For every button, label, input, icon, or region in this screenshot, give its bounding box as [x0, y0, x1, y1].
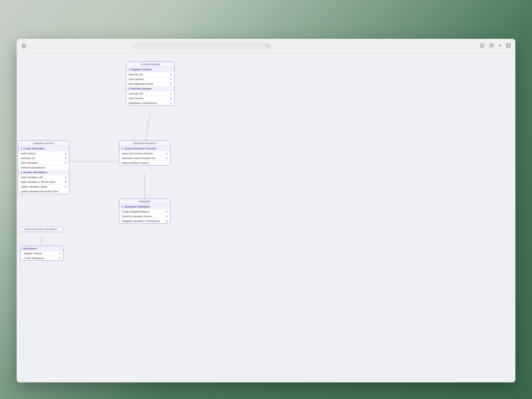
node-row: Generate UID ⚙ [126, 91, 174, 96]
attestation-service-section1-header: 1. Create Attestation [18, 146, 69, 151]
node-row: Generate UID ⚙ [126, 72, 174, 77]
create-delegated-request-row: Create Delegated Request ⚙ [119, 209, 170, 214]
svg-line-5 [145, 114, 150, 145]
svg-rect-4 [507, 44, 510, 47]
gear-icon: ⚙ [166, 210, 168, 213]
gear-icon: ⚙ [166, 157, 168, 160]
schema-registry-section1-header: 1. Register Schema [126, 67, 174, 72]
svg-rect-3 [507, 44, 510, 47]
schema-registry-title: Schema Registry [126, 62, 174, 67]
gear-icon: ⚙ [58, 257, 61, 260]
gear-icon: ⚙ [65, 176, 67, 179]
external-soroban-node: External Soroban Developers [18, 226, 64, 232]
node-row: Generate UID ⚙ [18, 156, 69, 160]
connections-svg [17, 53, 515, 382]
svg-point-0 [23, 45, 24, 47]
attestation-resolvers-node: Attestation Resolvers 1. Custom Resolver… [119, 140, 170, 165]
delegation-node: Delegation 1. Delegated Attestation Crea… [119, 199, 170, 224]
node-row: Registration ContractEvent ⚙ [126, 101, 174, 105]
gear-icon: ⚙ [170, 83, 172, 85]
interactions-node: Interactions - Register Schema ⚙ - Creat… [20, 246, 63, 261]
node-row: Store Attestation ⚙ [18, 160, 69, 165]
node-row: Submit to Attestation Service ⚙ [119, 214, 170, 219]
node-row: Deploy Resolver Contract [119, 160, 170, 165]
external-soroban-title: External Soroban Developers [18, 227, 63, 232]
gear-icon: ⚙ [166, 152, 168, 155]
gear-icon: ⚙ [166, 220, 168, 222]
node-row: Update Attestation Revocation Time [18, 189, 69, 194]
download-icon[interactable] [480, 43, 485, 49]
schema-registry-node: Schema Registry 1. Register Schema Gener… [126, 62, 175, 106]
gear-icon: ⚙ [58, 252, 61, 255]
attestation-service-node: Attestation Service 1. Create Attestatio… [18, 140, 69, 194]
refresh-icon[interactable]: ↻ [266, 44, 269, 48]
browser-chrome: ↻ + [17, 39, 515, 53]
share-icon[interactable] [489, 43, 494, 49]
delegation-title: Delegation [119, 199, 170, 204]
node-row: Emit Registration Event ⚙ [126, 81, 174, 86]
create-delegated-request-label: Create Delegated Request [122, 210, 150, 213]
node-row: Store Schema ⚙ [126, 77, 174, 81]
attestation-service-title: Attestation Service [18, 141, 69, 146]
node-row: Delegated Attestation ContractEvent ⚙ [119, 219, 170, 223]
attestation-resolvers-section1-header: 1. Custom Resolver Function [119, 146, 170, 151]
gear-icon: ⚙ [170, 102, 172, 104]
gear-icon: ⚙ [65, 157, 67, 160]
node-row: - Register Schema ⚙ [21, 251, 63, 256]
gear-icon: ⚙ [65, 181, 67, 183]
browser-actions: + [480, 43, 511, 49]
attestation-resolvers-title: Attestation Resolvers [119, 141, 170, 146]
address-bar[interactable]: ↻ [132, 42, 271, 50]
node-row: Attested ContractEvent [18, 165, 69, 170]
node-row: Store Schema ⚙ [126, 96, 174, 101]
node-row: Import SAS Schema Resolver ⚙ [119, 151, 170, 156]
tabs-icon[interactable] [506, 43, 511, 49]
canvas-area[interactable]: Schema Registry 1. Register Schema Gener… [17, 53, 515, 382]
attestation-service-section2-header: 2. Revoke Attestations [18, 170, 69, 175]
delegation-section1-header: 1. Delegated Attestation [119, 204, 170, 209]
new-tab-icon[interactable]: + [498, 43, 502, 49]
gear-icon: ⚙ [170, 78, 172, 81]
interactions-header: Interactions [21, 246, 63, 251]
browser-window: ↻ + [17, 39, 515, 382]
schema-registry-section2-header: 2. Retrieve Schema [126, 86, 174, 91]
node-row: Verify Attestation is REVOCABLE ⚙ [18, 180, 69, 184]
node-row: - Create Attestations ⚙ [21, 256, 63, 260]
gear-icon: ⚙ [170, 97, 172, 100]
shield-icon [21, 43, 27, 49]
node-row: Verify Schema ⚙ [18, 151, 69, 156]
node-row: Implement custom Resolver func ⚙ [119, 156, 170, 160]
node-row: Verify Attestation UID ⚙ [18, 175, 69, 180]
gear-icon: ⚙ [65, 162, 67, 164]
node-row: Update Attestation Status ⚙ [18, 184, 69, 189]
gear-icon: ⚙ [65, 185, 67, 188]
gear-icon: ⚙ [170, 92, 172, 95]
gear-icon: ⚙ [166, 215, 168, 218]
gear-icon: ⚙ [65, 152, 67, 155]
gear-icon: ⚙ [170, 73, 172, 76]
